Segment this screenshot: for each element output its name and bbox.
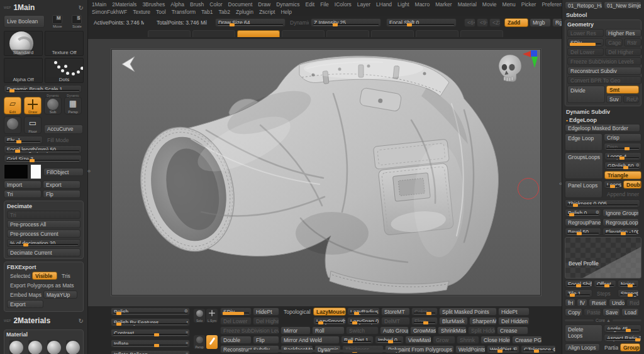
- 9-button[interactable]: <9+: [477, 18, 488, 27]
- slider-track[interactable]: [489, 350, 517, 352]
- slider-track[interactable]: [523, 350, 553, 352]
- close-holes-button[interactable]: Close Holes: [480, 336, 511, 344]
- edgeloop-masked-border-button[interactable]: Edgeloop Masked Border: [565, 124, 640, 132]
- groups-loops-button[interactable]: GroupsLoops: [565, 152, 603, 179]
- grow-button[interactable]: Grow: [433, 336, 455, 344]
- scale-tool[interactable]: S Scale: [70, 15, 84, 28]
- tray-resize-handle[interactable]: ▲▼: [248, 349, 399, 353]
- ignore-groups-button[interactable]: Ignore Groups: [602, 209, 639, 217]
- slider-track[interactable]: [567, 204, 638, 206]
- split-masked-points-button[interactable]: Split Masked Points: [439, 307, 497, 316]
- crease-pg-button[interactable]: Crease PG: [512, 336, 542, 344]
- slider-handle[interactable]: [635, 338, 640, 341]
- menu-icolors[interactable]: IColors: [335, 1, 352, 8]
- polish-0-slider[interactable]: Polish 0⚙: [565, 209, 601, 217]
- del-hidden-button[interactable]: Del Hidden: [498, 317, 530, 325]
- brush-thumbnail-standard[interactable]: Standard: [4, 31, 43, 56]
- thickness-0-005-slider[interactable]: Thickness 0.005: [565, 199, 640, 207]
- slider-handle[interactable]: [407, 23, 412, 26]
- slider-handle[interactable]: [9, 89, 14, 92]
- menu-dynamics[interactable]: Dynamics: [276, 1, 299, 8]
- rstr-button[interactable]: Rstr: [624, 38, 641, 47]
- mirror-button[interactable]: Mirror: [280, 326, 311, 335]
- dynamic-solo-button[interactable]: Solo: [194, 309, 205, 323]
- 01-new-simjees-button[interactable]: 01_New Simjees: [604, 1, 641, 9]
- tri-button[interactable]: Tri: [4, 190, 42, 198]
- slider-track[interactable]: [113, 313, 187, 314]
- zadd-button[interactable]: Zadd: [504, 18, 528, 27]
- slider-track[interactable]: [6, 90, 79, 92]
- slider-handle[interactable]: [497, 350, 502, 353]
- delete-loops-button[interactable]: Delete Loops: [565, 324, 602, 342]
- slider-handle[interactable]: [318, 321, 323, 324]
- menu-document[interactable]: Document: [228, 1, 253, 8]
- refresh-icon[interactable]: ↻: [79, 4, 84, 11]
- slider-track[interactable]: [113, 345, 187, 346]
- slider-handle[interactable]: [15, 150, 20, 153]
- skull-thumbnail[interactable]: [497, 52, 523, 85]
- slider-handle[interactable]: [230, 23, 235, 26]
- draw-button[interactable]: Draw: [24, 97, 42, 114]
- slider-track[interactable]: [6, 160, 79, 162]
- slider-track[interactable]: [350, 322, 377, 324]
- slider-track[interactable]: [113, 323, 187, 325]
- groups-button[interactable]: Groups: [620, 343, 640, 351]
- import-button[interactable]: Import: [4, 180, 42, 189]
- del-higher-button[interactable]: Del Higher: [253, 317, 279, 325]
- mayayup-button[interactable]: MayaYUp: [43, 290, 77, 299]
- axis-gizmo-icon[interactable]: [523, 48, 541, 70]
- slider-handle[interactable]: [577, 232, 582, 235]
- slider-handle[interactable]: [333, 23, 338, 26]
- slider-track[interactable]: [607, 157, 639, 159]
- slider-handle[interactable]: [576, 284, 581, 287]
- secondary-color-swatch[interactable]: [30, 164, 42, 179]
- load-button[interactable]: Load: [621, 308, 639, 316]
- switch-button[interactable]: Switch: [346, 326, 379, 335]
- reset-button[interactable]: Reset: [589, 299, 608, 307]
- del-lower-button[interactable]: Del Lower: [567, 48, 604, 56]
- fh-button[interactable]: fH: [565, 299, 575, 307]
- blurmask-button[interactable]: BlurMask: [439, 317, 468, 325]
- fv-button[interactable]: fV: [577, 299, 587, 307]
- welddist-1-slider[interactable]: WeldDist 1⚙: [487, 345, 519, 353]
- slider-handle[interactable]: [573, 204, 578, 207]
- divide-button[interactable]: Divide: [567, 86, 605, 103]
- export-button[interactable]: Export: [43, 180, 80, 189]
- menu-material[interactable]: Material: [458, 1, 477, 8]
- menu-help[interactable]: Help: [280, 9, 291, 15]
- slider-handle[interactable]: [570, 294, 575, 297]
- slider-handle[interactable]: [625, 147, 630, 150]
- mirror-and-weld-button[interactable]: Mirror And Weld: [280, 336, 340, 344]
- menu-macro[interactable]: Macro: [415, 1, 430, 8]
- menu-alpha[interactable]: Alpha: [170, 1, 184, 8]
- slider-handle[interactable]: [604, 284, 609, 287]
- menu-picker[interactable]: Picker: [521, 1, 536, 8]
- regrouploops-button[interactable]: RegroupLoops: [602, 218, 639, 226]
- loops-4-slider[interactable]: Loops 4: [604, 152, 641, 160]
- paste-button[interactable]: Paste: [584, 308, 601, 316]
- slider-track[interactable]: [316, 322, 343, 324]
- bevel-50-slider[interactable]: Bevel 50: [565, 228, 601, 236]
- slider-handle[interactable]: [621, 232, 626, 235]
- hidept-button[interactable]: HidePt: [253, 307, 279, 316]
- slider-handle[interactable]: [388, 340, 393, 343]
- slider-handle[interactable]: [354, 312, 359, 315]
- menu-simonfukhwf[interactable]: SimonFukhWF: [92, 9, 127, 15]
- tri-button[interactable]: Tri: [7, 211, 80, 219]
- material-thumb-basicmu[interactable]: BasicMu: [47, 340, 58, 354]
- slider-handle[interactable]: [610, 185, 615, 188]
- polish-slider[interactable]: Polish⚙: [111, 307, 190, 316]
- slider-track[interactable]: [389, 24, 454, 26]
- menu-3brushes[interactable]: 3Brushes: [142, 1, 165, 8]
- slider-handle[interactable]: [116, 312, 121, 315]
- live-boolean-button[interactable]: Live Boolean: [4, 15, 45, 28]
- slider-track[interactable]: [605, 233, 636, 235]
- dynamic-persp-button[interactable]: Dynamic ▦ Persp: [64, 97, 82, 114]
- edit-button[interactable]: ▱ Edit: [4, 97, 21, 114]
- save-button[interactable]: Save: [602, 308, 620, 316]
- smt-button[interactable]: Smt: [606, 86, 639, 94]
- menu-color[interactable]: Color: [209, 1, 222, 8]
- pre-process-all-button[interactable]: Pre-process All: [7, 220, 80, 228]
- slider-handle[interactable]: [570, 43, 596, 46]
- crisp-button[interactable]: Crisp: [604, 133, 641, 141]
